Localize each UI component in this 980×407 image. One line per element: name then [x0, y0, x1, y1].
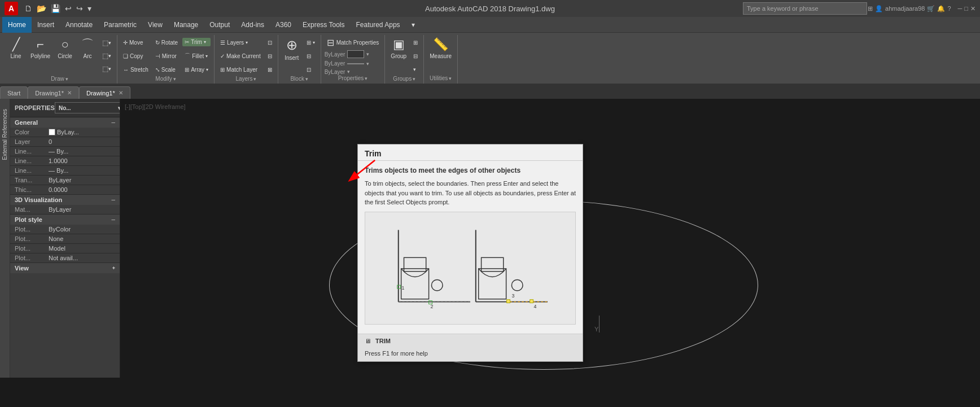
tab-drawing1-second[interactable]: Drawing1* ✕	[79, 86, 130, 99]
grid-icon[interactable]: ⊞	[868, 5, 873, 12]
search-box[interactable]: Type a keyword or phrase	[743, 2, 867, 15]
match-layer-button[interactable]: ⊞ Match Layer	[218, 65, 263, 74]
block-more-1[interactable]: ⊞▾	[304, 38, 317, 47]
menu-addins[interactable]: Add-ins	[235, 17, 270, 33]
groups-more-2[interactable]: ⊟	[411, 52, 420, 60]
draw-arc-button[interactable]: ⌒ Arc	[77, 36, 98, 60]
menu-a360[interactable]: A360	[270, 17, 297, 33]
tab-drawing1-first-close[interactable]: ✕	[67, 90, 72, 96]
save-button[interactable]: 💾	[49, 3, 62, 14]
linetype-dropdown[interactable]: ▾	[366, 61, 369, 67]
groups-dropdown[interactable]: ▾	[411, 65, 420, 73]
alert-icon[interactable]: 🔔	[937, 5, 945, 12]
view-label: [-][Top][2D Wireframe]	[125, 103, 186, 110]
plot-style-label-row: Plot...	[15, 226, 49, 233]
groups-expand-icon[interactable]: ▾	[413, 76, 415, 82]
layer-more-2[interactable]: ⊟	[265, 52, 274, 60]
modify-scale-button[interactable]: ⤡ Scale	[153, 65, 180, 74]
measure-button[interactable]: 📏 Measure	[427, 36, 454, 60]
layers-panel-button[interactable]: ☰ Layers ▾	[218, 38, 263, 47]
menu-annotate[interactable]: Annotate	[60, 17, 98, 33]
make-current-button[interactable]: ✓ Make Current	[218, 52, 263, 60]
menu-express-tools[interactable]: Express Tools	[297, 17, 350, 33]
minimize-button[interactable]: ─	[958, 5, 963, 12]
user-icon[interactable]: 👤	[875, 5, 883, 12]
modify-stretch-button[interactable]: ↔ Stretch	[121, 65, 151, 74]
menu-more[interactable]: ▾	[406, 17, 421, 33]
match-properties-button[interactable]: ⊟ Match Properties	[325, 36, 382, 49]
block-more-2[interactable]: ⊟	[304, 52, 317, 60]
draw-polyline-button[interactable]: ⌐ Polyline	[28, 36, 53, 60]
no-filter-dropdown[interactable]: No... ▾	[55, 102, 120, 113]
close-button[interactable]: ✕	[970, 5, 975, 12]
modify-mirror-button[interactable]: ⊣ Mirror	[153, 52, 180, 60]
insert-button[interactable]: ⊕ Insert	[282, 36, 302, 62]
group-button[interactable]: ▣ Group	[388, 36, 409, 60]
modify-more-2[interactable]: ⊞ Array ▾	[182, 65, 211, 74]
trim-label-footer: TRIM	[375, 338, 391, 344]
tab-drawing1-first[interactable]: Drawing1* ✕	[28, 86, 79, 99]
menu-manage[interactable]: Manage	[168, 17, 204, 33]
main-area: External References PROPERTIES No... ▾ +…	[0, 99, 980, 378]
qa-dropdown[interactable]: ▾	[86, 3, 93, 14]
tab-drawing1-second-close[interactable]: ✕	[119, 90, 123, 96]
view-section-header[interactable]: View +	[10, 263, 120, 273]
modify-move-button[interactable]: ✛ Move	[121, 38, 151, 47]
help-icon[interactable]: ?	[947, 5, 951, 12]
modify-trim-button[interactable]: ✂ Trim ▾	[182, 38, 211, 46]
new-button[interactable]: 🗋	[23, 3, 34, 14]
3d-viz-section-header[interactable]: 3D Visualization ─	[10, 195, 120, 205]
properties-expand-icon[interactable]: ▾	[365, 76, 368, 81]
modify-copy-button[interactable]: ❏ Copy	[121, 52, 151, 60]
block-expand-icon[interactable]: ▾	[305, 76, 308, 82]
open-button[interactable]: 📂	[35, 3, 48, 14]
external-references-tab[interactable]: External References	[1, 104, 9, 165]
menu-featured-apps[interactable]: Featured Apps	[351, 17, 406, 33]
undo-button[interactable]: ↩	[63, 3, 73, 14]
menu-view[interactable]: View	[142, 17, 168, 33]
plot-style-section-header[interactable]: Plot style ─	[10, 215, 120, 225]
layer-more-1[interactable]: ⊡	[265, 38, 274, 47]
general-section-header[interactable]: General ─	[10, 117, 120, 128]
plot-style-collapse-icon[interactable]: ─	[112, 217, 115, 222]
groups-more-1[interactable]: ⊞	[411, 38, 420, 47]
canvas-area[interactable]: [-][Top][2D Wireframe] Y Trim Trims obje…	[120, 99, 980, 378]
layers-expand-icon[interactable]: ▾	[253, 76, 256, 82]
app-icon[interactable]: A	[5, 2, 18, 15]
match-layer-icon: ⊞	[220, 67, 225, 73]
svg-rect-4	[404, 257, 426, 271]
draw-more-3[interactable]: ⬚▾	[100, 64, 113, 74]
modify-more-1[interactable]: ⌒ Fillet ▾	[182, 51, 211, 61]
redo-button[interactable]: ↪	[75, 3, 85, 14]
draw-circle-button[interactable]: ○ Circle	[55, 36, 75, 60]
view-section-icon[interactable]: +	[112, 265, 115, 271]
view-section-label: View	[15, 265, 29, 272]
draw-expand-icon[interactable]: ▾	[65, 76, 68, 82]
menu-home[interactable]: Home	[2, 17, 32, 33]
maximize-button[interactable]: □	[964, 5, 968, 12]
utilities-expand-icon[interactable]: ▾	[449, 76, 452, 81]
ribbon-group-layers: ☰ Layers ▾ ✓ Make Current ⊞ Match Layer …	[215, 35, 278, 84]
menu-insert[interactable]: Insert	[32, 17, 60, 33]
draw-more-2[interactable]: ⬚▾	[100, 51, 113, 61]
modify-label: Modify	[155, 76, 172, 82]
color-dropdown[interactable]: ▾	[366, 51, 369, 57]
modify-expand-icon[interactable]: ▾	[173, 76, 176, 82]
block-group-label: Block ▾	[282, 76, 317, 83]
scale-icon: ⤡	[155, 67, 160, 73]
cart-icon[interactable]: 🛒	[927, 5, 935, 12]
block-more-3[interactable]: ⊡	[304, 65, 317, 74]
lineweight-dropdown[interactable]: ▾	[347, 69, 350, 75]
draw-line-button[interactable]: ╱ Line	[6, 36, 26, 60]
menu-parametric[interactable]: Parametric	[98, 17, 142, 33]
draw-more-1[interactable]: ⬚▾	[100, 38, 113, 48]
modify-rotate-button[interactable]: ↻ Rotate	[153, 38, 180, 47]
3d-viz-collapse-icon[interactable]: ─	[112, 197, 115, 203]
tab-start[interactable]: Start	[0, 86, 28, 99]
color-swatch[interactable]	[347, 50, 364, 58]
window-title: Autodesk AutoCAD 2018 Drawing1.dwg	[425, 5, 555, 13]
layer-more-3[interactable]: ⊠	[265, 65, 274, 74]
menu-output[interactable]: Output	[204, 17, 235, 33]
arrow-indicator	[340, 155, 380, 195]
general-collapse-icon[interactable]: ─	[112, 120, 115, 125]
